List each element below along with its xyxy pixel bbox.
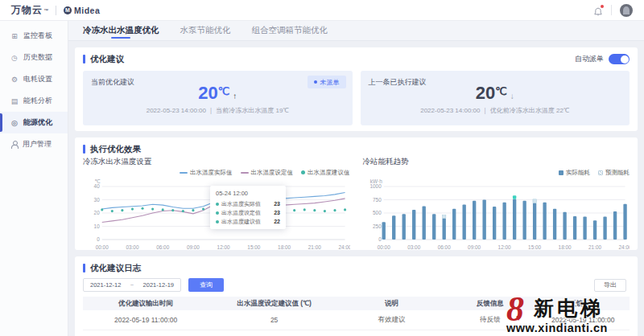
legend-item[interactable]: 出水温度实际值 (180, 169, 233, 177)
svg-text:21:00: 21:00 (308, 244, 321, 250)
badge-text: 未派单 (320, 78, 340, 87)
export-button[interactable]: 导出 (594, 279, 626, 292)
table-cell: 25 (208, 310, 340, 330)
log-section-title: 优化建议日志 (90, 263, 141, 274)
date-range-input[interactable]: 2021-12-12 ~ 2021-12-19 (83, 278, 181, 292)
tooltip-dot-icon (216, 211, 219, 215)
svg-text:0: 0 (378, 236, 382, 242)
previous-suggestion-detail: 2022-05-23 14:00:00 ｜ 优化前冷冻水出水温度 22℃ (361, 106, 630, 115)
line-chart-legend[interactable]: 出水温度实际值出水温度设定值出水温度建议值 (83, 168, 350, 177)
sidebar-item-users[interactable]: 用户管理 (0, 133, 68, 155)
effect-section: 执行优化效果 冷冻水出水温度设置 出水温度实际值出水温度设定值出水温度建议值 0… (75, 137, 638, 250)
svg-text:750: 750 (373, 197, 382, 203)
badge-dot-icon (314, 80, 317, 84)
svg-text:250: 250 (373, 223, 382, 229)
bar-chart-legend[interactable]: 实际能耗预测能耗 (363, 168, 630, 177)
trend-up-icon: ↑ (233, 92, 237, 100)
avatar[interactable] (620, 4, 633, 17)
svg-text:00:00: 00:00 (96, 244, 109, 250)
tooltip-row: 出水温度实际值 23 (216, 199, 280, 208)
history-icon: ◷ (10, 54, 19, 62)
query-button[interactable]: 查询 (188, 278, 224, 292)
date-from[interactable]: 2021-12-12 (90, 281, 121, 289)
table-cell: 2022-05-19 11:00:00 (83, 310, 208, 330)
sidebar-item-energy[interactable]: ◎能源优化 (0, 112, 68, 133)
sidebar-item-label: 电耗设置 (23, 74, 52, 84)
table-cell: 有效建议 (340, 310, 444, 330)
sidebar: ⊞监控看板◷历史数据⚙电耗设置▤能耗分析◎能源优化用户管理 (0, 21, 68, 336)
sidebar-item-label: 能源优化 (23, 117, 52, 128)
midea-logo-text: Midea (74, 6, 100, 15)
legend-item[interactable]: 出水温度建议值 (301, 169, 350, 177)
table-row[interactable]: 2022-05-19 11:00:0025有效建议待反馈2022-05-19 1… (83, 310, 630, 330)
sidebar-item-label: 用户管理 (23, 139, 52, 150)
svg-text:12:00: 12:00 (217, 244, 230, 250)
effect-section-title: 执行优化效果 (90, 144, 141, 155)
tab-bar: 冷冻水出水温度优化水泵节能优化组合空调箱节能优化 (68, 21, 644, 41)
legend-item[interactable]: 出水温度设定值 (241, 169, 294, 177)
legend-item[interactable]: 预测能耗 (598, 169, 630, 177)
legend-item[interactable]: 实际能耗 (559, 169, 590, 177)
energy-bar-chart: 冷站能耗趋势 实际能耗预测能耗 02505007501000kW·h00:000… (363, 157, 630, 251)
svg-text:24:00: 24:00 (618, 244, 630, 250)
legend-dot-icon (301, 170, 305, 174)
svg-text:15:00: 15:00 (528, 244, 541, 250)
trend-down-icon: ↓ (510, 92, 514, 100)
sidebar-item-settings[interactable]: ⚙电耗设置 (0, 68, 68, 90)
main-content: 冷冻水出水温度优化水泵节能优化组合空调箱节能优化 优化建议 自动派单 当前优化建… (68, 21, 644, 336)
svg-text:40: 40 (94, 183, 101, 189)
date-to[interactable]: 2021-12-19 (143, 281, 174, 289)
svg-text:03:00: 03:00 (407, 244, 420, 250)
top-header: 万物云 ™ M Midea (0, 0, 644, 21)
legend-label: 出水温度实际值 (190, 169, 233, 177)
target-icon: ◎ (10, 119, 19, 127)
notification-badge (601, 5, 604, 8)
section-accent (83, 55, 85, 64)
sidebar-item-label: 能耗分析 (23, 96, 52, 106)
table-header: 优化建议输出时间 (83, 297, 208, 310)
notification-bell-icon[interactable] (593, 6, 603, 15)
sidebar-item-history[interactable]: ◷历史数据 (0, 47, 68, 68)
wanwuyun-logo: 万物云 (11, 3, 43, 17)
date-range-separator: ~ (130, 281, 134, 289)
table-header: 出水温度设定建议值 (℃) (208, 297, 340, 310)
table-cell: 2022-05-19 11:00:00 (537, 310, 630, 330)
bar-chart-title: 冷站能耗趋势 (363, 157, 630, 166)
current-suggestion-detail: 2022-05-23 14:00:00 ｜ 当前冷冻水出水温度 19℃ (83, 106, 353, 115)
svg-text:10: 10 (94, 223, 101, 229)
midea-logo-icon: M (64, 6, 72, 14)
svg-text:21:00: 21:00 (588, 244, 601, 250)
svg-text:12:00: 12:00 (497, 244, 510, 250)
table-header: 反馈时间 (537, 297, 630, 310)
tooltip-row: 出水温度建议值 22 (216, 217, 280, 226)
sidebar-item-label: 监控看板 (23, 31, 52, 41)
legend-square-icon (598, 170, 603, 175)
tab-chilled-water-temp[interactable]: 冷冻水出水温度优化 (83, 21, 159, 40)
sidebar-item-analysis[interactable]: ▤能耗分析 (0, 90, 68, 112)
midea-logo: M Midea (64, 6, 100, 15)
auto-dispatch-toggle[interactable] (609, 54, 630, 64)
section-accent (83, 145, 85, 154)
svg-text:00:00: 00:00 (377, 244, 390, 250)
sidebar-item-monitor[interactable]: ⊞监控看板 (0, 25, 68, 47)
svg-text:500: 500 (373, 210, 382, 215)
svg-text:30: 30 (94, 197, 101, 203)
bar-chart-canvas[interactable]: 02505007501000kW·h00:0003:0006:0009:0012… (363, 177, 630, 251)
tooltip-title: 05-24 12:00 (216, 190, 280, 197)
dispatch-status-badge: 未派单 (308, 76, 346, 88)
auto-dispatch-label: 自动派单 (575, 54, 604, 64)
svg-text:18:00: 18:00 (558, 244, 571, 250)
tab-ahu-saving[interactable]: 组合空调箱节能优化 (252, 21, 328, 40)
svg-text:20: 20 (94, 210, 101, 215)
section-accent (83, 264, 85, 272)
chart-tooltip: 05-24 12:00 出水温度实际值 23 出水温度设定值 23 (210, 186, 286, 229)
legend-dash-icon (180, 172, 188, 174)
tooltip-dot-icon (216, 203, 219, 206)
tab-pump-saving[interactable]: 水泵节能优化 (180, 21, 231, 40)
tooltip-row: 出水温度设定值 23 (216, 208, 280, 217)
table-header: 反馈信息 (444, 297, 536, 310)
suggestion-log-table: 优化建议输出时间出水温度设定建议值 (℃)说明反馈信息反馈时间 2022-05-… (83, 297, 630, 330)
svg-text:℃: ℃ (95, 178, 101, 184)
legend-dash-icon (241, 172, 249, 174)
user-icon (10, 141, 18, 149)
